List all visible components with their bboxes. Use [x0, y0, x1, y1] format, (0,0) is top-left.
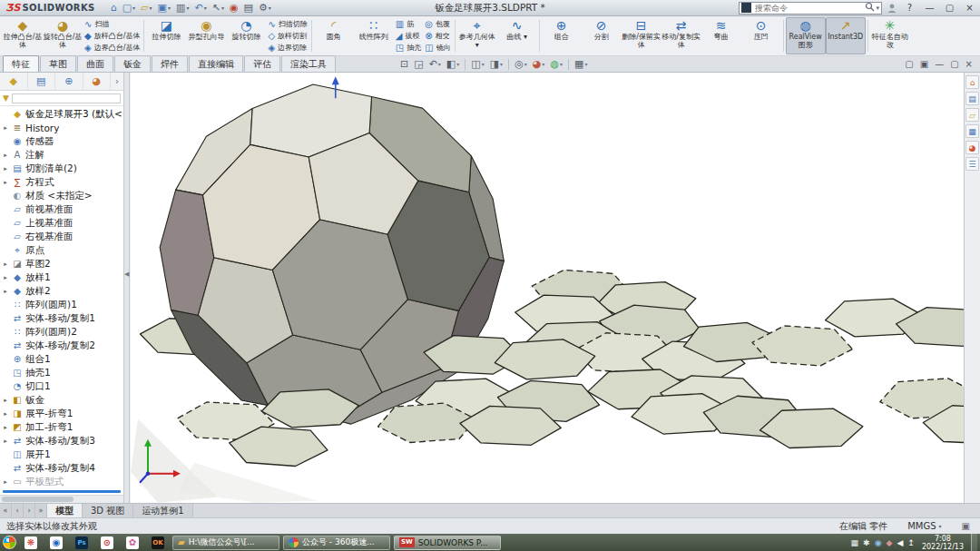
tree-item[interactable]: ▸≣History — [0, 121, 123, 134]
command-tab[interactable]: 评估 — [244, 55, 280, 72]
ribbon-button[interactable]: ◳抽壳 — [396, 43, 421, 53]
ribbon-button[interactable]: ✳特征名自动改 — [870, 17, 910, 54]
tree-item[interactable]: ⇄实体-移动/复制1 — [0, 311, 123, 325]
appearances-tab-button[interactable]: ◕ — [965, 141, 979, 154]
previous-view-button[interactable]: ↶▾ — [429, 58, 441, 70]
tree-item[interactable]: ⊕组合1 — [0, 352, 123, 366]
app-browser-circle[interactable]: ◉ — [45, 536, 67, 550]
tree-root-item[interactable]: ◆钣金足球展开3 (默认<<默认>_显示状态 — [0, 107, 123, 121]
view-orientation-button[interactable]: ◫▾ — [471, 58, 484, 70]
ribbon-button[interactable]: ↗Instant3D — [826, 17, 866, 54]
ribbon-button[interactable]: ⇄移动/复制实体 — [662, 17, 701, 54]
ribbon-button[interactable]: ◈边界凸台/基体 — [84, 43, 140, 53]
close-button[interactable]: × — [962, 1, 977, 15]
document-tab[interactable]: 运动算例1 — [133, 504, 192, 517]
print-button[interactable]: ▥▾ — [175, 3, 190, 14]
ribbon-button[interactable]: ∷线性阵列 — [354, 17, 394, 54]
select-cursor-button[interactable]: ↖▾ — [211, 3, 225, 14]
tree-item[interactable]: ◐材质 <未指定> — [0, 189, 123, 202]
filter-input[interactable] — [12, 93, 121, 103]
design-library-tab-button[interactable]: ▤ — [965, 92, 979, 105]
tree-item[interactable]: ⇄实体-移动/复制2 — [0, 339, 123, 352]
tree-item[interactable]: ▱前视基准面 — [0, 202, 123, 216]
options-button[interactable]: ⚙▾ — [258, 3, 272, 14]
tree-item[interactable]: ▸◧钣金 — [0, 393, 123, 407]
open-button[interactable]: ▱▾ — [140, 3, 152, 14]
displaymanager-tab[interactable]: ◕ — [83, 73, 112, 90]
ribbon-button[interactable]: ◜圆角 — [314, 17, 354, 54]
mdi-restore-button[interactable]: ▢ — [950, 60, 958, 69]
ribbon-button[interactable]: ≋弯曲 — [701, 17, 741, 54]
tree-item[interactable]: ▸▤切割清单(2) — [0, 162, 123, 175]
ribbon-button[interactable]: ⊗相交 — [425, 31, 450, 41]
expand-arrow-icon[interactable]: ▸ — [2, 165, 9, 172]
ribbon-button[interactable]: ◫镜向 — [425, 43, 450, 53]
tree-item[interactable]: ⇄实体-移动/复制4 — [0, 461, 123, 475]
window-doc1-button[interactable]: ▢ — [905, 60, 913, 69]
ribbon-button[interactable]: ◕旋转凸台/基体 — [43, 17, 83, 54]
help-button[interactable]: ? — [902, 1, 917, 15]
ribbon-button[interactable]: ◈边界切除 — [268, 43, 307, 53]
ribbon-button[interactable]: ⊘分割 — [582, 17, 622, 54]
zoom-to-fit-button[interactable]: ⊡ — [400, 58, 408, 70]
edit-appearance-button[interactable]: ◕▾ — [533, 58, 545, 70]
tree-item[interactable]: ∷阵列(圆周)2 — [0, 325, 123, 339]
ribbon-button[interactable]: ◉异型孔向导 — [186, 17, 226, 54]
tree-item[interactable]: ▸◆放样2 — [0, 284, 123, 298]
command-tab[interactable]: 草图 — [40, 55, 76, 72]
rollback-bar[interactable] — [3, 490, 121, 493]
tree-item[interactable]: ▸◆放样1 — [0, 271, 123, 284]
taskbar-clock[interactable]: 7:082022/12/13 — [919, 535, 966, 551]
tree-item[interactable]: ◳抽壳1 — [0, 366, 123, 379]
command-search-box[interactable]: ▾ — [739, 2, 882, 15]
taskbar-window-browser[interactable]: 公众号 - 360极速... — [283, 536, 390, 550]
app-photoshop[interactable]: Ps — [71, 536, 93, 550]
tree-item[interactable]: ▸A注解 — [0, 148, 123, 162]
rebuild-button[interactable]: ◉ — [229, 3, 240, 14]
tab-scroll-button[interactable]: › — [24, 504, 35, 517]
tray-app2-icon[interactable]: ◆ — [887, 538, 893, 547]
ribbon-button[interactable]: ∿曲线 ▾ — [497, 17, 537, 54]
start-button[interactable] — [3, 536, 16, 549]
expand-arrow-icon[interactable]: ▸ — [2, 261, 9, 268]
search-icon[interactable] — [865, 2, 876, 15]
tray-hidden-icons[interactable]: ✱ — [863, 538, 870, 547]
ribbon-button[interactable]: ◍RealView 图形 — [786, 17, 826, 54]
tray-network-icon[interactable]: ↥ — [907, 538, 915, 547]
tree-item[interactable]: ▸◨展平-折弯1 — [0, 407, 123, 420]
units-selector[interactable]: MMGS ▾ — [907, 521, 941, 531]
ribbon-button[interactable]: ◇放样切割 — [268, 31, 307, 41]
expand-arrow-icon[interactable]: ▸ — [2, 424, 9, 431]
ribbon-button[interactable]: ◆放样凸台/基体 — [84, 31, 140, 41]
expand-arrow-icon[interactable]: ▸ — [2, 179, 9, 186]
tree-item[interactable]: ▸▭平板型式 — [0, 475, 123, 488]
ribbon-button[interactable]: ∿扫描 — [84, 19, 140, 29]
tree-item[interactable]: ▱上视基准面 — [0, 216, 123, 230]
tab-scroll-button[interactable]: ‹ — [12, 504, 24, 517]
tab-scroll-button[interactable]: « — [0, 504, 12, 517]
command-tab[interactable]: 特征 — [3, 55, 39, 72]
save-button[interactable]: ▣▾ — [157, 3, 172, 14]
expand-arrow-icon[interactable]: ▸ — [2, 152, 9, 159]
ribbon-button[interactable]: ◔旋转切除 — [226, 17, 266, 54]
ribbon-button[interactable]: ◢拔模 — [396, 31, 421, 41]
collapse-panel-icon[interactable]: ◀ — [124, 271, 129, 278]
ribbon-button[interactable]: ⌖参考几何体 ▾ — [457, 17, 497, 54]
app-ok[interactable]: OK — [147, 536, 169, 550]
mdi-close-button[interactable]: × — [965, 60, 973, 69]
tree-item[interactable]: ◫展开1 — [0, 448, 123, 461]
hide-show-items-button[interactable]: ◎▾ — [514, 58, 527, 70]
ribbon-button[interactable]: ⊙压凹 — [741, 17, 781, 54]
minimize-button[interactable]: — — [922, 1, 937, 15]
scrollbar-thumb[interactable] — [2, 497, 74, 502]
tree-item[interactable]: ▸◩加工-折弯1 — [0, 420, 123, 434]
mdi-minimize-button[interactable]: — — [935, 60, 944, 69]
expand-arrow-icon[interactable]: ▸ — [2, 124, 9, 132]
tree-item[interactable]: ▱右视基准面 — [0, 230, 123, 243]
expand-arrow-icon[interactable]: ▸ — [2, 478, 9, 486]
tree-item[interactable]: ▸◪草图2 — [0, 257, 123, 271]
file-properties-button[interactable]: ▤ — [243, 3, 254, 14]
restore-button[interactable]: ▢ — [942, 1, 957, 15]
ribbon-button[interactable]: ∿扫描切除 — [268, 19, 307, 29]
command-tab[interactable]: 钣金 — [114, 55, 151, 72]
